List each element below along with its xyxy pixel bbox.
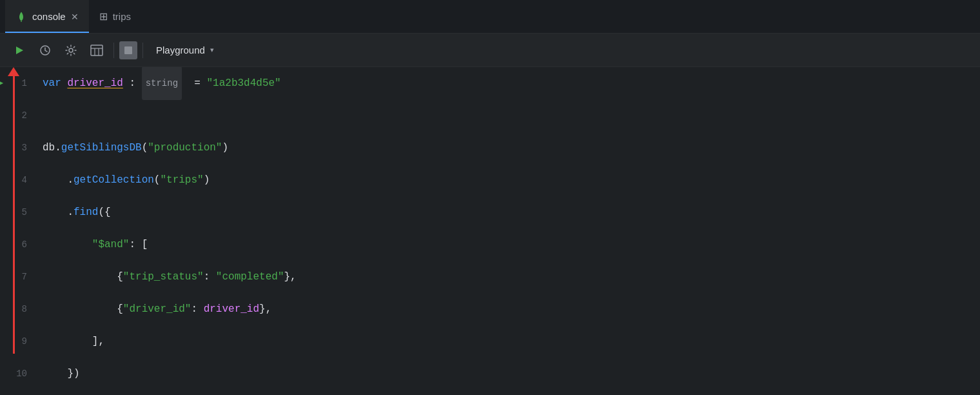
str-trips: "trips"	[160, 164, 203, 196]
punctuation-indent5: .	[43, 196, 74, 228]
gear-icon	[65, 45, 77, 56]
arrow-indicator	[8, 67, 19, 354]
punctuation-eq: =	[182, 67, 206, 99]
code-line-10: })	[32, 358, 980, 390]
punctuation-indent8: {	[43, 293, 123, 325]
code-line-9: ],	[32, 325, 980, 358]
svg-point-2	[69, 48, 73, 52]
str-value-id: "1a2b3d4d5e"	[206, 67, 280, 99]
code-line-1: var driver_id : string = "1a2b3d4d5e"	[32, 67, 980, 99]
str-and: "$and"	[92, 228, 130, 261]
mongo-icon	[15, 11, 27, 23]
tab-bar: console ✕ ⊞ trips	[0, 0, 980, 34]
punctuation-paren3: (	[154, 164, 161, 196]
playground-label: Playground	[156, 45, 205, 56]
method-getCollection: getCollection	[74, 164, 154, 196]
tab-console-label: console	[32, 11, 66, 22]
line-number-10: 10	[0, 358, 32, 390]
punctuation-indent6	[43, 228, 92, 261]
punctuation-bracket-close: ],	[43, 325, 104, 358]
var-driver-id: driver_id	[67, 67, 122, 99]
str-production: "production"	[148, 132, 222, 164]
method-db: db	[43, 132, 55, 164]
stop-icon	[124, 46, 132, 54]
punctuation-indent4: .	[43, 164, 74, 196]
punctuation-paren2: )	[222, 132, 228, 164]
code-line-8: { "driver_id" : driver_id },	[32, 293, 980, 325]
table-view-button[interactable]	[85, 39, 108, 62]
punctuation-indent7: {	[43, 261, 123, 293]
tab-trips-label: trips	[113, 11, 131, 22]
toolbar: Playground ▾	[0, 34, 980, 67]
toolbar-separator-2	[142, 43, 143, 58]
code-editor[interactable]: var driver_id : string = "1a2b3d4d5e" db…	[32, 67, 980, 395]
code-line-3: db . getSiblingsDB ( "production" )	[32, 132, 980, 164]
punctuation-comma2: },	[259, 293, 271, 325]
punctuation-brace-close: })	[43, 358, 80, 390]
code-line-6: "$and" : [	[32, 228, 980, 261]
settings-button[interactable]	[59, 39, 83, 62]
code-line-4: . getCollection ( "trips" )	[32, 164, 980, 196]
stop-button[interactable]	[119, 41, 137, 59]
table-icon: ⊞	[99, 10, 108, 23]
punctuation-dot1: .	[55, 132, 61, 164]
table-icon	[90, 45, 103, 56]
punctuation-colon2: : [	[129, 228, 148, 261]
code-line-2	[32, 99, 980, 132]
tab-close-button[interactable]: ✕	[71, 12, 79, 22]
str-completed: "completed"	[216, 261, 284, 293]
toolbar-separator	[113, 43, 114, 58]
tab-trips[interactable]: ⊞ trips	[89, 0, 141, 33]
run-button[interactable]	[8, 39, 31, 62]
line-play-icon[interactable]: ▶	[0, 79, 3, 87]
svg-rect-3	[91, 45, 103, 56]
code-line-5: . find ({	[32, 196, 980, 228]
punctuation-colon4: :	[191, 293, 203, 325]
run-icon	[14, 45, 25, 56]
punctuation-colon3: :	[204, 261, 216, 293]
code-line-7: { "trip_status" : "completed" },	[32, 261, 980, 293]
svg-marker-0	[16, 46, 23, 54]
history-icon	[39, 45, 51, 56]
punctuation-paren1: (	[142, 132, 148, 164]
arrow-up-icon	[8, 67, 19, 76]
chevron-down-icon: ▾	[210, 46, 214, 54]
method-find: find	[74, 196, 98, 228]
playground-dropdown[interactable]: Playground ▾	[148, 41, 222, 59]
str-trip-status: "trip_status"	[123, 261, 204, 293]
history-button[interactable]	[34, 39, 57, 62]
keyword-var: var	[43, 67, 67, 99]
punctuation-brace1: ({	[98, 196, 110, 228]
str-driver-id-key: "driver_id"	[123, 293, 191, 325]
arrow-line	[13, 76, 15, 354]
punctuation-paren4: )	[204, 164, 210, 196]
method-getSiblingsDB: getSiblingsDB	[61, 132, 142, 164]
punctuation-colon: :	[123, 67, 142, 99]
type-string: string	[142, 67, 182, 100]
punctuation-comma1: },	[284, 261, 296, 293]
var-driver-id-ref: driver_id	[204, 293, 259, 325]
tab-console[interactable]: console ✕	[5, 0, 89, 33]
editor: ▶ 1 2 3 4 5 6 7 8 9 10 var driver_id : s…	[0, 67, 980, 395]
